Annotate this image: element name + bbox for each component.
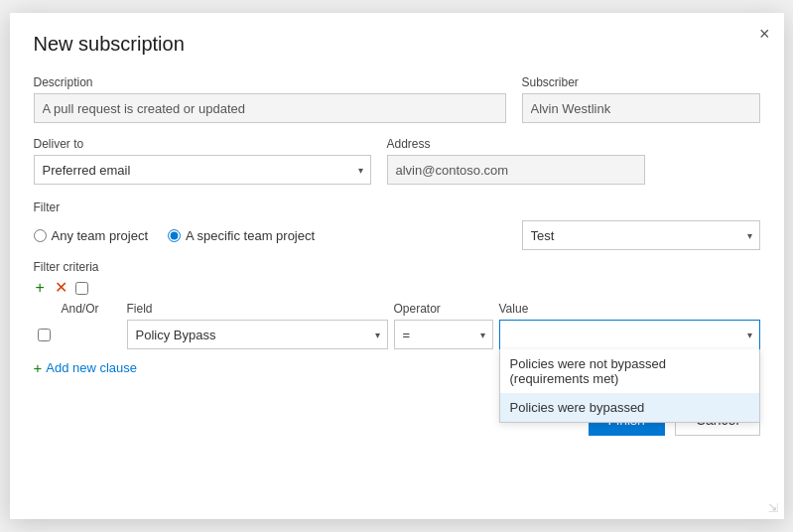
- filter-criteria-label: Filter criteria: [34, 260, 760, 274]
- delete-criteria-button[interactable]: ✕: [53, 280, 69, 296]
- specific-project-label: A specific team project: [186, 228, 315, 243]
- value-header: Value: [499, 302, 760, 316]
- specific-project-radio[interactable]: [168, 229, 181, 242]
- criteria-controls: + ✕: [34, 280, 760, 296]
- add-clause-label: Add new clause: [46, 360, 137, 375]
- project-select-wrapper: Test Project A Project B ▾: [522, 220, 760, 250]
- project-select[interactable]: Test Project A Project B: [522, 220, 760, 250]
- deliver-to-label: Deliver to: [34, 137, 371, 151]
- add-clause-plus-icon: +: [34, 359, 43, 376]
- subscriber-label: Subscriber: [522, 75, 760, 89]
- description-input[interactable]: [34, 93, 506, 123]
- new-subscription-dialog: × New subscription Description Subscribe…: [10, 13, 784, 519]
- dropdown-item-not-bypassed[interactable]: Policies were not bypassed (requirements…: [500, 349, 759, 393]
- value-wrapper: ▾ Policies were not bypassed (requiremen…: [499, 320, 760, 349]
- dropdown-item-bypassed[interactable]: Policies were bypassed: [500, 393, 759, 422]
- any-project-label: Any team project: [52, 228, 149, 243]
- value-input[interactable]: [499, 320, 760, 349]
- operator-select[interactable]: = != < >: [394, 320, 493, 349]
- row-checkbox[interactable]: [38, 329, 51, 341]
- any-project-option[interactable]: Any team project: [34, 228, 149, 243]
- deliver-to-select[interactable]: Preferred email Custom email SOAP: [34, 155, 371, 185]
- table-row: Policy Bypass Repository Source Branch ▾…: [34, 320, 760, 349]
- value-dropdown: Policies were not bypassed (requirements…: [499, 349, 760, 423]
- operator-header: Operator: [394, 302, 493, 316]
- criteria-header: And/Or Field Operator Value: [34, 302, 760, 316]
- and-or-header: And/Or: [62, 302, 121, 316]
- filter-label: Filter: [34, 200, 760, 214]
- dialog-title: New subscription: [34, 33, 760, 56]
- criteria-checkbox[interactable]: [75, 282, 88, 295]
- field-header: Field: [127, 302, 388, 316]
- resize-handle-icon[interactable]: ⇲: [768, 501, 778, 515]
- close-button[interactable]: ×: [759, 25, 770, 43]
- field-select[interactable]: Policy Bypass Repository Source Branch: [127, 320, 388, 349]
- address-input: [387, 155, 645, 185]
- add-criteria-button[interactable]: +: [34, 280, 47, 296]
- filter-criteria-section: Filter criteria + ✕ And/Or Field Operato…: [34, 260, 760, 376]
- any-project-radio[interactable]: [34, 229, 47, 242]
- add-clause-button[interactable]: + Add new clause: [34, 359, 138, 376]
- address-label: Address: [387, 137, 645, 151]
- subscriber-input: [522, 93, 760, 123]
- specific-project-option[interactable]: A specific team project: [168, 228, 315, 243]
- description-label: Description: [34, 75, 506, 89]
